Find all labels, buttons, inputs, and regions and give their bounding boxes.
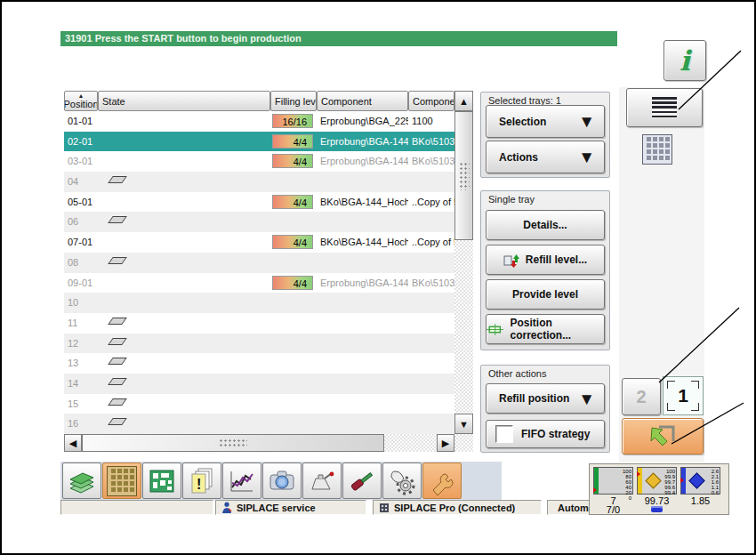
tray-row[interactable]: 13 [64, 353, 454, 374]
error-log-button[interactable]: ! [182, 462, 221, 499]
cell-state [98, 293, 270, 313]
page-2-button[interactable]: 2 [622, 378, 661, 415]
column-header-component-2[interactable]: Component [408, 91, 454, 111]
tray-row[interactable]: 15 [64, 394, 454, 414]
tray-row[interactable]: 06 [64, 212, 454, 232]
provide-level-button[interactable]: Provide level [486, 279, 605, 310]
info-button[interactable]: i [664, 40, 706, 81]
filling-level-badge: 4/4 [272, 276, 313, 290]
service-button[interactable] [422, 462, 462, 499]
gauge-marker [593, 487, 597, 493]
cell-state [98, 334, 270, 354]
empty-tray-icon [108, 216, 127, 223]
cell-position: 01-01 [64, 111, 98, 132]
details-button[interactable]: Details... [486, 210, 605, 240]
cell-filling-level [270, 172, 317, 192]
manual-operation-button[interactable] [382, 462, 422, 499]
performance-gauge-panel: 100806040200 10099.999.799.699.4 2.62.11… [589, 463, 729, 515]
chevron-down-icon: ▼ [578, 390, 595, 407]
single-tray-label: Single tray [488, 194, 535, 205]
cell-state [98, 414, 270, 434]
column-header-state[interactable]: State [98, 91, 270, 111]
refill-level-button[interactable]: Refill level... [486, 245, 605, 275]
position-correction-button[interactable]: Position correction... [486, 314, 605, 344]
scroll-left-button[interactable]: ◀ [64, 434, 82, 452]
gauge-speed: 2.62.11.61.10.6 [680, 467, 720, 495]
maintenance-button[interactable] [302, 462, 342, 499]
cell-component-2 [408, 293, 454, 313]
tray-row[interactable]: 01-0116/16Erprobung\BGA_2251100 [64, 111, 454, 132]
column-header-filling-level[interactable]: Filling level [270, 91, 317, 111]
fifo-strategy-button[interactable]: FIFO strategy [486, 420, 605, 448]
pcb-view-button[interactable] [142, 462, 181, 499]
tray-row[interactable]: 14 [64, 374, 454, 394]
scroll-up-button[interactable]: ▲ [454, 91, 473, 111]
vision-camera-button[interactable] [262, 462, 302, 499]
tray-row[interactable]: 16 [64, 414, 454, 434]
cell-filling-level [270, 293, 317, 313]
cell-component [317, 253, 408, 273]
tray-view-tab[interactable] [643, 135, 672, 167]
horizontal-scrollbar-thumb[interactable] [82, 434, 384, 452]
tray-row[interactable]: 08 [64, 253, 454, 273]
cell-state [98, 212, 270, 232]
setup-button[interactable] [342, 462, 382, 499]
cell-position: 03-01 [64, 151, 98, 172]
vertical-scrollbar-track[interactable] [454, 240, 473, 414]
list-view-button[interactable] [626, 88, 703, 127]
status-segment-mode: T Automatic [547, 500, 591, 515]
cell-position: 13 [64, 353, 98, 374]
horizontal-scrollbar-track[interactable] [384, 434, 437, 452]
scroll-right-button[interactable]: ▶ [437, 434, 454, 452]
column-header-component[interactable]: Component [317, 91, 408, 111]
cell-filling-level: 16/16 [270, 111, 317, 132]
selection-dropdown[interactable]: Selection ▼ [486, 105, 605, 138]
cell-component [317, 374, 408, 394]
tray-row[interactable]: 11 [64, 313, 454, 334]
tray-stack-button[interactable] [62, 462, 101, 499]
cell-state [98, 253, 270, 273]
cell-position: 08 [64, 253, 98, 273]
cell-filling-level [270, 374, 317, 394]
cell-component: Erprobung\BGA_225 [317, 111, 408, 132]
cell-filling-level [270, 253, 317, 273]
cell-position: 05-01 [64, 192, 98, 213]
cell-component-2 [408, 172, 454, 192]
page-1-button[interactable]: 1 [663, 376, 704, 415]
empty-tray-icon [108, 398, 127, 406]
back-button[interactable] [622, 418, 704, 454]
cell-component-2 [408, 414, 454, 434]
cell-position: 02-01 [64, 132, 98, 152]
actions-dropdown[interactable]: Actions ▼ [486, 141, 605, 173]
gauge-speed-value: 1.85 [680, 495, 720, 506]
cell-position: 07-01 [64, 232, 98, 253]
scroll-down-button[interactable]: ▼ [454, 414, 473, 434]
fifo-checkbox[interactable] [495, 425, 513, 443]
statistics-button[interactable] [222, 462, 261, 499]
message-bar: 31901 Press the START button to begin pr… [60, 31, 617, 46]
refill-position-dropdown[interactable]: Refill position ▼ [486, 383, 605, 414]
tray-row[interactable]: 04 [64, 172, 454, 192]
tray-row[interactable]: 02-014/4Erprobung\BGA-144_1BKo\5103 [64, 132, 454, 152]
tray-row[interactable]: 09-014/4Erprobung\BGA-144_3BKo\5103 [64, 273, 454, 294]
tray-row[interactable]: 07-014/4BKo\BGA-144_Hoch..Copy of 51 [64, 232, 454, 253]
vertical-scrollbar-thumb[interactable] [454, 111, 473, 240]
tray-stack-icon [67, 466, 97, 496]
empty-tray-icon [108, 318, 127, 325]
tray-row[interactable]: 03-014/4Erprobung\BGA-144_2BKo\5103 [64, 151, 454, 172]
tray-row[interactable]: 12 [64, 334, 454, 354]
cell-component-2: BKo\5103 [408, 273, 454, 294]
tray-row[interactable]: 10 [64, 293, 454, 313]
tray-row[interactable]: 05-014/4BKo\BGA-144_Hoch..Copy of 51 [64, 192, 454, 213]
chevron-down-icon: ▼ [578, 113, 595, 130]
screwdriver-icon [347, 466, 377, 496]
column-header-position[interactable]: ▲ Position [64, 91, 98, 111]
cell-state [98, 151, 270, 172]
cell-component [317, 212, 408, 232]
status-segment-connection: SIPLACE Pro (Connected) [373, 500, 542, 515]
list-view-icon [652, 97, 677, 118]
tray-table-button[interactable] [102, 462, 141, 499]
cell-state [98, 273, 270, 294]
cell-state [98, 111, 270, 132]
info-icon: i [680, 44, 690, 76]
